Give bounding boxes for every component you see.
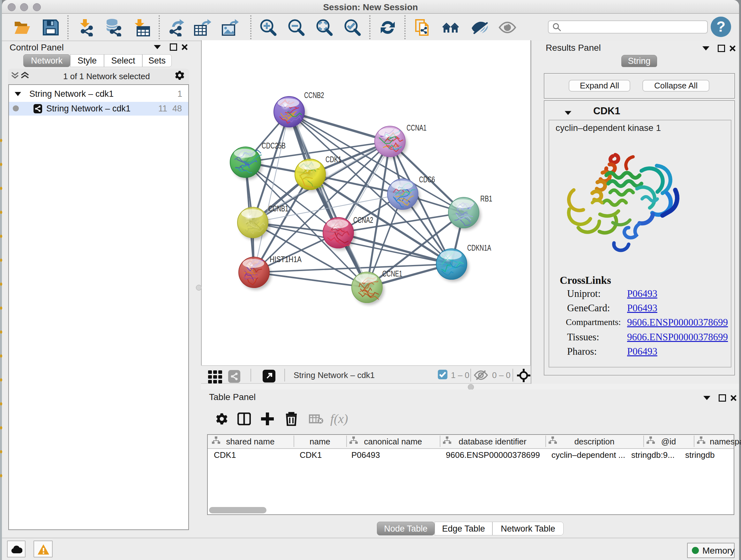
svg-text:CCNA2: CCNA2 [353,215,374,225]
svg-text:CDKN1A: CDKN1A [467,243,491,253]
svg-text:CCNB2: CCNB2 [304,90,324,100]
svg-text:CCNB1: CCNB1 [268,204,288,213]
svg-text:RB1: RB1 [480,194,492,203]
svg-text:HIST1H1A: HIST1H1A [270,254,302,264]
svg-text:CCNE1: CCNE1 [382,269,402,278]
svg-text:CDC6: CDC6 [419,175,435,184]
svg-text:CCNA1: CCNA1 [407,123,427,132]
svg-text:CDC25B: CDC25B [262,141,286,150]
svg-text:CDK1: CDK1 [326,154,341,164]
